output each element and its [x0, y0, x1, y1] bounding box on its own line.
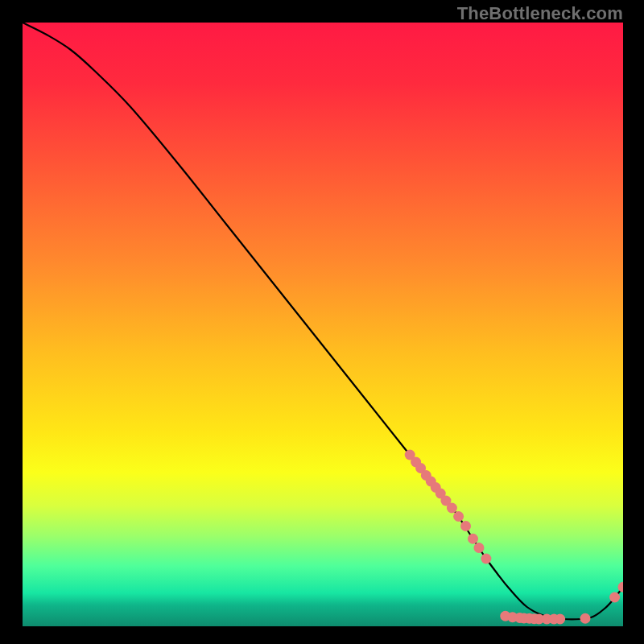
data-point [460, 521, 471, 531]
data-point [468, 534, 478, 544]
watermark-text: TheBottleneck.com [457, 3, 623, 24]
plot-area [23, 23, 623, 626]
data-points [405, 450, 623, 625]
data-point [580, 613, 591, 624]
bottleneck-curve [23, 23, 623, 619]
data-point [447, 503, 457, 514]
data-point [481, 554, 491, 564]
data-point [618, 582, 624, 592]
data-point [609, 592, 620, 603]
chart-svg [23, 23, 623, 626]
data-point [453, 511, 464, 522]
data-point [555, 614, 565, 625]
chart-stage: TheBottleneck.com [0, 0, 644, 644]
data-point [473, 543, 484, 553]
